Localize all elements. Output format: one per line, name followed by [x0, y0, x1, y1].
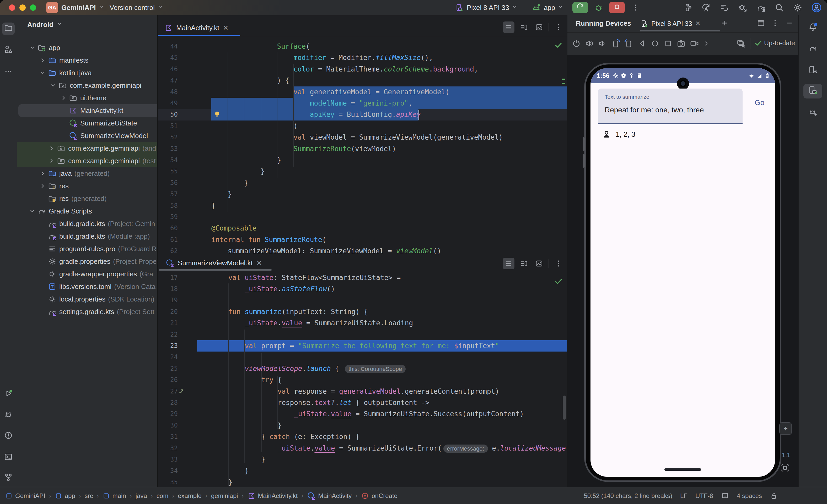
tree-item-manifests[interactable]: manifests — [18, 54, 157, 66]
breadcrumb-com[interactable]: com — [156, 492, 168, 500]
project-view-selector[interactable]: Android — [27, 20, 63, 29]
volume-down-icon[interactable] — [598, 39, 607, 48]
indent-widget[interactable]: 4 spaces — [737, 492, 762, 500]
volume-up-icon[interactable] — [585, 39, 594, 48]
breadcrumb-app[interactable]: app — [55, 492, 75, 500]
code-line-29[interactable]: 29_uiState.value = SummarizeUiState.Succ… — [158, 408, 568, 419]
code-line-52[interactable]: 52val viewModel = SummarizeViewModel(gen… — [158, 132, 568, 143]
device-selector[interactable]: Pixel 8 API 33 — [467, 4, 509, 12]
breadcrumb-main[interactable]: main — [102, 492, 126, 500]
resource-manager-tool-button[interactable] — [2, 44, 15, 57]
tree-item-java[interactable]: java(generated) — [18, 167, 157, 180]
run-tool-button[interactable] — [2, 388, 15, 401]
rotate-left-icon[interactable] — [611, 39, 620, 48]
breadcrumb-mainactivity[interactable]: MainActivity — [307, 492, 352, 500]
chevron-down-icon[interactable] — [27, 208, 37, 215]
terminal-tool-button[interactable] — [2, 452, 15, 464]
rotate-right-icon[interactable] — [624, 39, 633, 48]
stop-button[interactable] — [609, 2, 625, 13]
tree-item-local-properties[interactable]: local.properties(SDK Location) — [18, 293, 157, 305]
encoding-widget[interactable]: UTF-8 — [695, 492, 713, 500]
tree-item-build-gradle-kts[interactable]: build.gradle.kts(Project: Gemin — [18, 217, 157, 230]
code-line-22[interactable]: 22 — [158, 329, 568, 340]
code-editor[interactable]: 17val uiState: StateFlow<SummarizeUiStat… — [158, 271, 568, 487]
gesture-nav-handle[interactable] — [665, 468, 701, 471]
overview-icon[interactable] — [664, 39, 673, 48]
attach-debugger-icon[interactable] — [738, 3, 747, 12]
split-view-icon[interactable] — [518, 258, 530, 269]
tree-item-gradle-scripts[interactable]: Gradle Scripts — [18, 205, 157, 217]
caret-position-widget[interactable]: 50:52 (140 chars, 2 line breaks) — [584, 492, 672, 500]
screenshot-icon[interactable] — [677, 39, 686, 48]
tree-item-res[interactable]: res — [18, 180, 157, 192]
project-avatar[interactable]: GA — [46, 2, 58, 13]
debug-button[interactable] — [594, 3, 603, 12]
zoom-reset-button[interactable]: 1:1 — [782, 452, 790, 459]
search-icon[interactable] — [775, 3, 784, 12]
tree-item-res[interactable]: res(generated) — [18, 192, 157, 205]
tree-item-summarizeuistate[interactable]: SummarizeUiState — [18, 117, 157, 129]
more-vertical-icon[interactable] — [553, 258, 564, 269]
add-device-button[interactable] — [721, 19, 729, 27]
close-tab-icon[interactable]: ✕ — [223, 24, 229, 32]
minimize-panel-icon[interactable] — [785, 19, 793, 27]
breadcrumb-geminiapi[interactable]: GeminiAPI — [5, 492, 45, 500]
code-line-35[interactable]: 35} — [158, 477, 568, 487]
list-view-icon[interactable] — [503, 258, 515, 269]
apply-code-changes-icon[interactable] — [720, 3, 729, 12]
breadcrumb-java[interactable]: java — [136, 492, 147, 500]
tree-item-ui-theme[interactable]: ui.theme — [18, 92, 157, 104]
suspend-call-icon[interactable] — [178, 387, 186, 395]
maximize-window-button[interactable] — [30, 4, 36, 11]
fit-to-window-button[interactable] — [780, 463, 790, 472]
code-line-60[interactable]: 60@Composable — [158, 223, 568, 234]
chevron-right-icon[interactable] — [703, 39, 710, 48]
code-line-62[interactable]: 62summarizeViewModel: SummarizeViewModel… — [158, 245, 568, 256]
lock-open-icon[interactable] — [770, 492, 778, 500]
code-line-50[interactable]: 50apiKey = BuildConfig.apiKey — [158, 109, 568, 120]
notifications-button[interactable] — [807, 22, 819, 35]
code-line-61[interactable]: 61internal fun SummarizeRoute( — [158, 234, 568, 245]
window-layout-icon[interactable] — [757, 19, 765, 27]
tree-item-gradle-wrapper-properties[interactable]: gradle-wrapper.properties(Gra — [18, 268, 157, 280]
phone-screen[interactable]: 1:56 Text to summarize Repeat for me: on… — [590, 68, 775, 477]
chevron-right-icon[interactable] — [59, 94, 69, 102]
more-vertical-icon[interactable] — [553, 21, 564, 33]
tab-summarize-viewmodel[interactable]: SummarizeViewModel.kt ✕ — [159, 256, 269, 270]
version-control-tool-button[interactable] — [2, 472, 15, 485]
device-manager-button[interactable] — [807, 64, 819, 77]
tree-item-com-example-geminiapi[interactable]: com.example.geminiapi(and — [17, 142, 157, 155]
code-line-20[interactable]: 20fun summarize(inputText: String) { — [158, 306, 568, 318]
code-line-27[interactable]: 27val response = generativeModel.generat… — [158, 386, 568, 397]
preview-icon[interactable] — [533, 258, 545, 269]
tree-item-gradle-properties[interactable]: gradle.properties(Project Prope — [18, 255, 157, 268]
tree-item-app[interactable]: app — [18, 41, 157, 54]
gradle-tool-button[interactable] — [807, 43, 819, 56]
running-devices-button[interactable] — [804, 84, 822, 99]
code-line-31[interactable]: 31} catch (e: Exception) { — [158, 431, 568, 442]
chevron-right-icon[interactable] — [47, 157, 57, 165]
tree-item-kotlin-java[interactable]: kotlin+java — [18, 66, 157, 79]
chevron-down-icon[interactable] — [557, 3, 564, 12]
zoom-in-button[interactable]: + — [779, 422, 792, 435]
breadcrumb-geminiapi[interactable]: geminiapi — [211, 492, 238, 500]
code-line-24[interactable]: 24 — [158, 351, 568, 363]
code-line-56[interactable]: 56} — [158, 177, 568, 188]
text-to-summarize-field[interactable]: Text to summarize Repeat for me: one, tw… — [598, 89, 742, 124]
minimize-window-button[interactable] — [19, 4, 26, 11]
code-line-59[interactable]: 59 — [158, 211, 568, 223]
code-line-44[interactable]: 44Surface( — [158, 41, 568, 52]
code-line-51[interactable]: 51) — [158, 120, 568, 132]
code-line-21[interactable]: 21_uiState.value = SummarizeUiState.Load… — [158, 318, 568, 329]
code-line-30[interactable]: 30} — [158, 420, 568, 431]
version-control-menu[interactable]: Version control — [110, 0, 163, 15]
gradle-sync-icon[interactable] — [756, 3, 766, 12]
chevron-right-icon[interactable] — [38, 182, 48, 190]
list-view-icon[interactable] — [503, 21, 515, 33]
settings-icon[interactable] — [793, 3, 802, 12]
code-line-49[interactable]: 49modelName = "gemini-pro", — [158, 98, 568, 109]
code-line-33[interactable]: 33} — [158, 454, 568, 465]
close-tab-icon[interactable]: ✕ — [695, 20, 700, 27]
code-line-26[interactable]: 26try { — [158, 374, 568, 386]
screen-record-icon[interactable] — [690, 39, 699, 48]
